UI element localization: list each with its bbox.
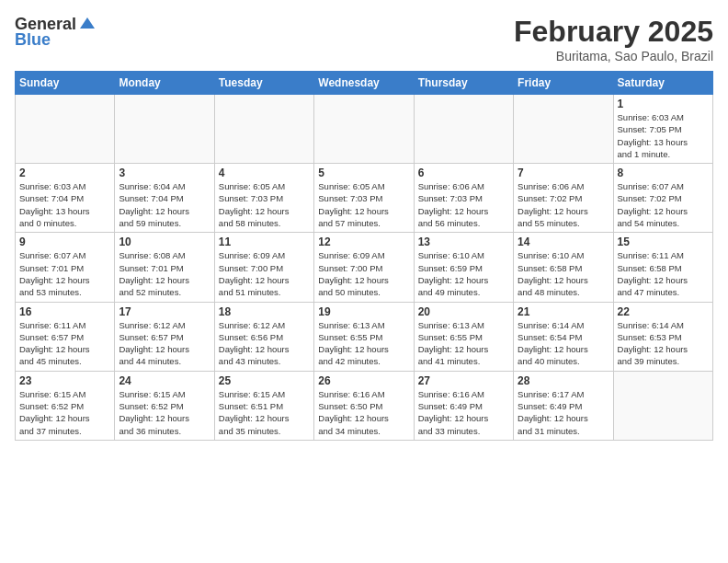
day-info: Sunrise: 6:15 AMSunset: 6:52 PMDaylight:… (19, 388, 110, 437)
day-number: 19 (318, 305, 409, 318)
day-info: Sunrise: 6:08 AMSunset: 7:01 PMDaylight:… (119, 249, 210, 298)
day-info: Sunrise: 6:11 AMSunset: 6:58 PMDaylight:… (618, 249, 709, 298)
calendar-cell: 18Sunrise: 6:12 AMSunset: 6:56 PMDayligh… (214, 302, 313, 371)
day-number: 22 (618, 305, 709, 318)
day-info: Sunrise: 6:15 AMSunset: 6:51 PMDaylight:… (219, 388, 310, 437)
day-number: 4 (219, 167, 310, 179)
calendar-cell (314, 95, 414, 164)
calendar-cell (16, 95, 115, 164)
day-info: Sunrise: 6:11 AMSunset: 6:57 PMDaylight:… (19, 319, 110, 368)
logo-blue: Blue (15, 30, 51, 50)
day-info: Sunrise: 6:05 AMSunset: 7:03 PMDaylight:… (318, 180, 409, 229)
calendar-cell: 12Sunrise: 6:09 AMSunset: 7:00 PMDayligh… (314, 233, 414, 302)
day-number: 26 (318, 374, 409, 387)
day-number: 18 (219, 305, 310, 318)
day-number: 13 (418, 236, 509, 248)
day-number: 14 (518, 236, 609, 248)
calendar-cell (514, 95, 613, 164)
calendar-cell: 11Sunrise: 6:09 AMSunset: 7:00 PMDayligh… (214, 233, 313, 302)
day-info: Sunrise: 6:04 AMSunset: 7:04 PMDaylight:… (119, 180, 210, 229)
svg-marker-0 (80, 17, 95, 29)
day-info: Sunrise: 6:06 AMSunset: 7:03 PMDaylight:… (418, 180, 509, 229)
calendar-cell: 9Sunrise: 6:07 AMSunset: 7:01 PMDaylight… (16, 233, 115, 302)
calendar-title: February 2025 (514, 15, 713, 49)
calendar-cell: 8Sunrise: 6:07 AMSunset: 7:02 PMDaylight… (613, 164, 712, 233)
calendar-cell: 14Sunrise: 6:10 AMSunset: 6:58 PMDayligh… (514, 233, 613, 302)
day-number: 1 (618, 98, 709, 110)
calendar-cell: 6Sunrise: 6:06 AMSunset: 7:03 PMDaylight… (414, 164, 513, 233)
day-info: Sunrise: 6:14 AMSunset: 6:54 PMDaylight:… (518, 319, 609, 368)
day-number: 21 (518, 305, 609, 318)
calendar-week-row: 2Sunrise: 6:03 AMSunset: 7:04 PMDaylight… (16, 164, 713, 233)
day-info: Sunrise: 6:05 AMSunset: 7:03 PMDaylight:… (219, 180, 310, 229)
day-info: Sunrise: 6:09 AMSunset: 7:00 PMDaylight:… (219, 249, 310, 298)
day-of-week-header: Wednesday (314, 72, 414, 95)
day-number: 24 (119, 374, 210, 387)
calendar-cell (414, 95, 513, 164)
day-number: 20 (418, 305, 509, 318)
day-info: Sunrise: 6:12 AMSunset: 6:56 PMDaylight:… (219, 319, 310, 368)
calendar-cell: 27Sunrise: 6:16 AMSunset: 6:49 PMDayligh… (414, 371, 513, 440)
day-number: 9 (19, 236, 110, 248)
day-number: 16 (19, 305, 110, 318)
day-of-week-header: Thursday (414, 72, 513, 95)
day-info: Sunrise: 6:06 AMSunset: 7:02 PMDaylight:… (518, 180, 609, 229)
day-number: 2 (19, 167, 110, 179)
calendar-week-row: 16Sunrise: 6:11 AMSunset: 6:57 PMDayligh… (16, 302, 713, 371)
calendar-header-row: SundayMondayTuesdayWednesdayThursdayFrid… (16, 72, 713, 95)
day-number: 25 (219, 374, 310, 387)
calendar-cell: 7Sunrise: 6:06 AMSunset: 7:02 PMDaylight… (514, 164, 613, 233)
day-info: Sunrise: 6:15 AMSunset: 6:52 PMDaylight:… (119, 388, 210, 437)
calendar-cell: 26Sunrise: 6:16 AMSunset: 6:50 PMDayligh… (314, 371, 414, 440)
calendar-cell: 4Sunrise: 6:05 AMSunset: 7:03 PMDaylight… (214, 164, 313, 233)
calendar-cell: 20Sunrise: 6:13 AMSunset: 6:55 PMDayligh… (414, 302, 513, 371)
day-number: 6 (418, 167, 509, 179)
calendar-cell: 19Sunrise: 6:13 AMSunset: 6:55 PMDayligh… (314, 302, 414, 371)
day-info: Sunrise: 6:10 AMSunset: 6:59 PMDaylight:… (418, 249, 509, 298)
day-info: Sunrise: 6:07 AMSunset: 7:01 PMDaylight:… (19, 249, 110, 298)
day-number: 17 (119, 305, 210, 318)
calendar-cell (115, 95, 214, 164)
calendar-cell: 22Sunrise: 6:14 AMSunset: 6:53 PMDayligh… (613, 302, 712, 371)
calendar-cell: 28Sunrise: 6:17 AMSunset: 6:49 PMDayligh… (514, 371, 613, 440)
day-number: 8 (618, 167, 709, 179)
day-number: 3 (119, 167, 210, 179)
day-of-week-header: Saturday (613, 72, 712, 95)
title-block: February 2025 Buritama, Sao Paulo, Brazi… (514, 15, 713, 63)
calendar-cell: 23Sunrise: 6:15 AMSunset: 6:52 PMDayligh… (16, 371, 115, 440)
logo-icon (78, 16, 97, 34)
day-of-week-header: Tuesday (214, 72, 313, 95)
day-number: 7 (518, 167, 609, 179)
day-info: Sunrise: 6:13 AMSunset: 6:55 PMDaylight:… (318, 319, 409, 368)
day-number: 23 (19, 374, 110, 387)
day-info: Sunrise: 6:03 AMSunset: 7:05 PMDaylight:… (618, 111, 709, 160)
day-number: 27 (418, 374, 509, 387)
calendar-week-row: 9Sunrise: 6:07 AMSunset: 7:01 PMDaylight… (16, 233, 713, 302)
calendar-cell (613, 371, 712, 440)
day-number: 15 (618, 236, 709, 248)
day-number: 10 (119, 236, 210, 248)
calendar-cell: 17Sunrise: 6:12 AMSunset: 6:57 PMDayligh… (115, 302, 214, 371)
calendar-cell: 25Sunrise: 6:15 AMSunset: 6:51 PMDayligh… (214, 371, 313, 440)
day-info: Sunrise: 6:14 AMSunset: 6:53 PMDaylight:… (618, 319, 709, 368)
calendar-cell: 3Sunrise: 6:04 AMSunset: 7:04 PMDaylight… (115, 164, 214, 233)
day-info: Sunrise: 6:13 AMSunset: 6:55 PMDaylight:… (418, 319, 509, 368)
calendar-subtitle: Buritama, Sao Paulo, Brazil (514, 49, 713, 63)
calendar-cell: 21Sunrise: 6:14 AMSunset: 6:54 PMDayligh… (514, 302, 613, 371)
calendar-cell: 24Sunrise: 6:15 AMSunset: 6:52 PMDayligh… (115, 371, 214, 440)
page-header: General Blue February 2025 Buritama, Sao… (15, 15, 713, 63)
day-number: 12 (318, 236, 409, 248)
day-of-week-header: Sunday (16, 72, 115, 95)
day-info: Sunrise: 6:07 AMSunset: 7:02 PMDaylight:… (618, 180, 709, 229)
day-info: Sunrise: 6:16 AMSunset: 6:50 PMDaylight:… (318, 388, 409, 437)
day-number: 11 (219, 236, 310, 248)
calendar-cell: 10Sunrise: 6:08 AMSunset: 7:01 PMDayligh… (115, 233, 214, 302)
calendar-cell: 2Sunrise: 6:03 AMSunset: 7:04 PMDaylight… (16, 164, 115, 233)
calendar-table: SundayMondayTuesdayWednesdayThursdayFrid… (15, 71, 713, 441)
day-info: Sunrise: 6:16 AMSunset: 6:49 PMDaylight:… (418, 388, 509, 437)
day-number: 5 (318, 167, 409, 179)
calendar-week-row: 23Sunrise: 6:15 AMSunset: 6:52 PMDayligh… (16, 371, 713, 440)
calendar-week-row: 1Sunrise: 6:03 AMSunset: 7:05 PMDaylight… (16, 95, 713, 164)
day-info: Sunrise: 6:03 AMSunset: 7:04 PMDaylight:… (19, 180, 110, 229)
day-of-week-header: Friday (514, 72, 613, 95)
